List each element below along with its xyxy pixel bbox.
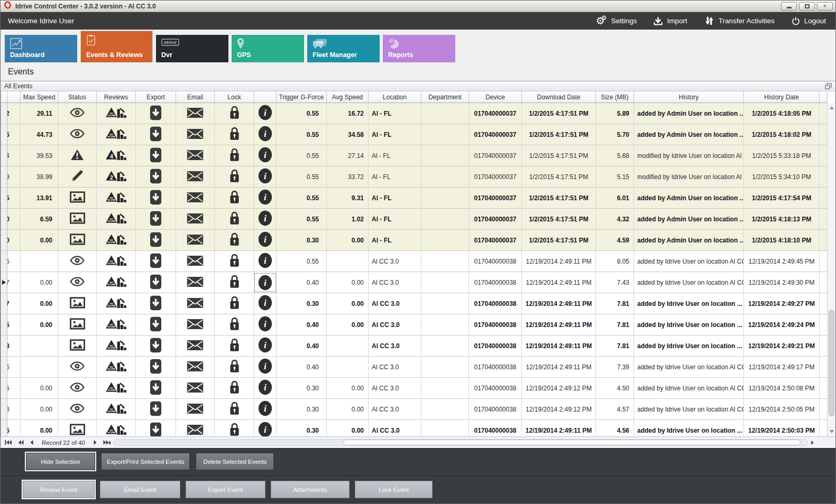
export-icon[interactable] bbox=[150, 105, 162, 122]
email-button[interactable] bbox=[176, 335, 215, 357]
lock-button[interactable] bbox=[215, 145, 254, 166]
export-event-button[interactable]: Export Event bbox=[186, 481, 265, 498]
export-button[interactable] bbox=[136, 251, 176, 272]
export-button[interactable] bbox=[136, 124, 176, 145]
export-button[interactable] bbox=[136, 188, 176, 209]
table-row[interactable]: 5NOSCOREi0.55Al CC 3.001704000003812/19/… bbox=[1, 251, 835, 272]
email-icon[interactable] bbox=[187, 340, 204, 352]
export-button[interactable] bbox=[136, 230, 176, 251]
table-row[interactable]: 50.00NOSCOREi0.300.00Al CC 3.00170400000… bbox=[1, 378, 835, 399]
email-button[interactable] bbox=[176, 209, 215, 230]
lock-icon[interactable] bbox=[229, 401, 240, 417]
lock-button[interactable] bbox=[215, 272, 254, 293]
column-header-history_date[interactable]: History Date bbox=[744, 91, 820, 103]
export-button[interactable] bbox=[136, 399, 176, 420]
info-icon[interactable]: i bbox=[258, 126, 272, 143]
info-button[interactable]: i bbox=[254, 272, 277, 293]
column-header-location[interactable]: Location bbox=[369, 91, 421, 103]
prev-record-button[interactable] bbox=[30, 440, 33, 445]
column-header-score[interactable]: Reviews bbox=[97, 91, 136, 103]
table-row[interactable]: 80.00NOSCOREi0.300.00Al CC 3.00170400000… bbox=[1, 399, 835, 420]
tab-dashboard[interactable]: Dashboard bbox=[5, 35, 77, 62]
lock-icon[interactable] bbox=[229, 105, 240, 122]
scroll-down-icon[interactable] bbox=[828, 428, 835, 435]
info-button[interactable]: i bbox=[254, 357, 277, 378]
email-icon[interactable] bbox=[187, 276, 204, 289]
vertical-scrollbar[interactable] bbox=[827, 103, 835, 436]
lock-event-button[interactable]: Lock Event bbox=[355, 481, 433, 498]
row-selector[interactable] bbox=[1, 420, 7, 436]
tab-gps[interactable]: GPS bbox=[232, 35, 304, 62]
hide-selection-button[interactable]: Hide Selection bbox=[26, 453, 95, 470]
export-button[interactable] bbox=[136, 420, 176, 436]
info-button[interactable]: i bbox=[254, 335, 277, 357]
lock-button[interactable] bbox=[215, 188, 254, 209]
info-icon[interactable]: i bbox=[258, 105, 272, 122]
first-record-button[interactable] bbox=[5, 440, 12, 445]
table-row[interactable]: 439.534i0.5527.14Al - FL0170400000371/2/… bbox=[1, 145, 835, 166]
next-record-button[interactable] bbox=[94, 440, 97, 445]
email-button[interactable] bbox=[176, 124, 215, 145]
lock-button[interactable] bbox=[215, 399, 254, 420]
email-event-button[interactable]: Email Event bbox=[100, 481, 180, 498]
column-header-max_speed[interactable]: Max Speed bbox=[21, 91, 58, 103]
email-button[interactable] bbox=[176, 314, 215, 335]
scroll-up-icon[interactable] bbox=[828, 104, 835, 111]
lock-icon[interactable] bbox=[229, 359, 240, 375]
row-selector[interactable] bbox=[1, 230, 7, 251]
info-button[interactable]: i bbox=[254, 209, 277, 230]
info-button[interactable]: i bbox=[254, 166, 277, 188]
lock-button[interactable] bbox=[215, 230, 254, 251]
tab-dvr[interactable]: MERGEDvr bbox=[156, 35, 228, 62]
export-icon[interactable] bbox=[150, 295, 162, 312]
info-icon[interactable]: i bbox=[258, 400, 272, 418]
export-button[interactable] bbox=[136, 357, 176, 378]
export-button[interactable] bbox=[136, 145, 176, 166]
export-icon[interactable] bbox=[150, 253, 162, 270]
lock-button[interactable] bbox=[215, 357, 254, 378]
table-row[interactable]: 50.00NOSCOREi0.300.00Al CC 3.00170400000… bbox=[1, 420, 835, 436]
export-button[interactable] bbox=[136, 272, 176, 293]
export-icon[interactable] bbox=[150, 422, 162, 437]
export-button[interactable] bbox=[136, 103, 176, 124]
info-button[interactable]: i bbox=[254, 145, 277, 166]
lock-icon[interactable] bbox=[229, 190, 240, 206]
export-icon[interactable] bbox=[150, 211, 162, 228]
row-selector[interactable] bbox=[1, 124, 7, 145]
lock-icon[interactable] bbox=[229, 253, 240, 269]
info-button[interactable]: i bbox=[254, 399, 277, 420]
export-button[interactable] bbox=[136, 314, 176, 335]
table-row[interactable]: 938.992i0.5533.72Al - FL0170400000371/2/… bbox=[1, 166, 835, 188]
email-button[interactable] bbox=[176, 378, 215, 399]
email-button[interactable] bbox=[176, 272, 215, 293]
export-icon[interactable] bbox=[150, 126, 162, 143]
email-button[interactable] bbox=[176, 420, 215, 436]
hscroll-right-icon[interactable] bbox=[811, 437, 814, 448]
row-selector[interactable] bbox=[1, 378, 7, 399]
email-icon[interactable] bbox=[187, 213, 204, 226]
column-header-status[interactable]: Status bbox=[58, 91, 97, 103]
email-button[interactable] bbox=[176, 230, 215, 251]
email-icon[interactable] bbox=[187, 255, 204, 268]
export-icon[interactable] bbox=[150, 380, 162, 397]
info-icon[interactable]: i bbox=[258, 422, 272, 436]
lock-button[interactable] bbox=[215, 251, 254, 272]
horizontal-scrollbar[interactable] bbox=[114, 439, 808, 446]
info-icon[interactable]: i bbox=[258, 316, 272, 333]
menu-action-logout[interactable]: Logout bbox=[792, 17, 826, 25]
row-selector[interactable] bbox=[1, 293, 7, 314]
lock-button[interactable] bbox=[215, 378, 254, 399]
email-button[interactable] bbox=[176, 251, 215, 272]
table-row[interactable]: 00.00NOSCOREi0.300.00Al - FL017040000037… bbox=[1, 230, 835, 251]
row-selector[interactable] bbox=[1, 335, 7, 357]
info-button[interactable]: i bbox=[254, 378, 277, 399]
email-icon[interactable] bbox=[187, 403, 204, 416]
export-button[interactable] bbox=[136, 166, 176, 188]
info-icon[interactable]: i bbox=[258, 168, 272, 185]
column-header-avg_speed[interactable]: Avg Speed bbox=[327, 91, 369, 103]
hscroll-left-icon[interactable] bbox=[107, 437, 111, 448]
column-header-gforce[interactable]: Trigger G-Force bbox=[277, 91, 327, 103]
email-icon[interactable] bbox=[187, 192, 204, 204]
column-header-size[interactable]: Size (MB) bbox=[596, 91, 634, 103]
email-icon[interactable] bbox=[187, 382, 204, 395]
